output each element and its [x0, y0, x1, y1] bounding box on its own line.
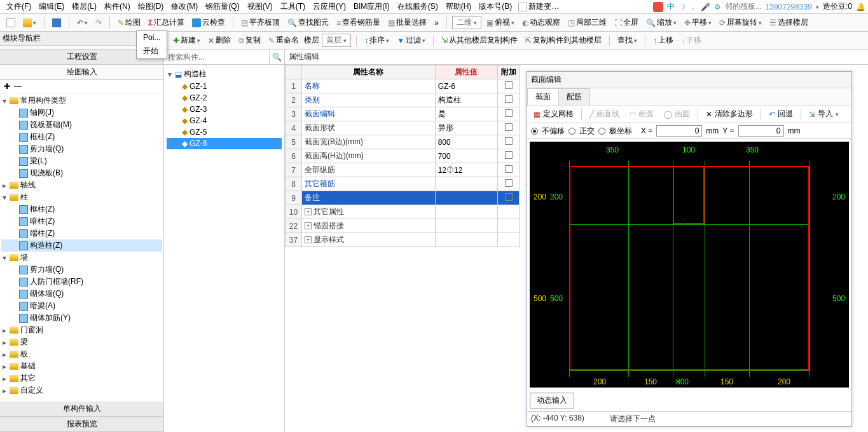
extra-checkbox[interactable] [505, 137, 513, 145]
search-go-button[interactable]: 🔍 [269, 50, 284, 64]
level-board-button[interactable]: ▤平齐板顶 [238, 16, 282, 29]
menu-file[interactable]: 文件(F) [3, 0, 35, 13]
extra-checkbox[interactable] [505, 165, 513, 173]
report-preview-tab[interactable]: 报表预览 [0, 417, 163, 432]
new-component-button[interactable]: ✚新建▾ [170, 34, 203, 47]
draw-line-button[interactable]: ╱画直线 [587, 107, 622, 121]
property-row[interactable]: 22+锚固搭接 [286, 219, 520, 233]
expand-all-icon[interactable]: ✚ [4, 82, 10, 91]
radio-ortho[interactable] [568, 128, 575, 135]
radio-polar[interactable] [598, 128, 605, 135]
draw-arc-button[interactable]: ◠画弧 [627, 107, 656, 121]
copy-button[interactable]: ⧉复制 [236, 34, 263, 47]
property-row[interactable]: 37+显示样式 [286, 233, 520, 247]
tree-item[interactable]: 砌体加筋(Y) [1, 312, 162, 324]
menu-floor[interactable]: 楼层(L) [68, 0, 100, 13]
tree-item[interactable]: 框柱(Z) [1, 203, 162, 215]
menu-rebar[interactable]: 钢筋量(Q) [202, 0, 243, 13]
extra-checkbox[interactable] [505, 95, 513, 103]
tree-custom[interactable]: ▸自定义 [1, 384, 162, 396]
move-down-button[interactable]: ↓下移 [679, 34, 704, 47]
import-section-button[interactable]: ⇲导入▾ [806, 107, 841, 121]
define-grid-button[interactable]: ▦定义网格 [531, 107, 576, 121]
sort-button[interactable]: ↕排序▾ [362, 34, 392, 47]
bell-icon[interactable]: 🔔 [856, 3, 865, 11]
tree-wall[interactable]: ▾墙 [1, 252, 162, 264]
property-row[interactable]: 10+其它属性 [286, 205, 520, 219]
list-item[interactable]: ◆GZ-2 [167, 92, 282, 104]
collapse-all-icon[interactable]: — [14, 82, 22, 91]
menu-draw[interactable]: 绘图(D) [134, 0, 168, 13]
search-button[interactable]: 查找▾ [615, 34, 640, 47]
zoom-button[interactable]: 🔍缩放▾ [644, 16, 679, 29]
move-up-button[interactable]: ↑上移 [651, 34, 676, 47]
menu-modify[interactable]: 修改(M) [167, 0, 202, 13]
tree-item[interactable]: 框柱(Z) [1, 131, 162, 143]
draw-circle-button[interactable]: ◯画圆 [661, 107, 692, 121]
local-3d-button[interactable]: ◳局部三维 [565, 16, 609, 29]
property-row[interactable]: 7全部纵筋12⏀12 [286, 163, 520, 177]
property-row[interactable]: 3截面编辑是 [286, 107, 520, 121]
menu-view[interactable]: 视图(V) [244, 0, 277, 13]
drawing-input-tab[interactable]: 绘图输入 [0, 65, 163, 80]
user-phone[interactable]: 13907298339 [766, 3, 812, 11]
extra-checkbox[interactable] [505, 81, 513, 89]
tree-beam[interactable]: ▸梁 [1, 336, 162, 348]
gear-icon[interactable]: ⚙ [714, 3, 721, 11]
tree-item[interactable]: 剪力墙(Q) [1, 143, 162, 155]
tree-item[interactable]: 剪力墙(Q) [1, 264, 162, 276]
radio-no-offset[interactable] [531, 128, 538, 135]
copy-from-floor-button[interactable]: ⇲从其他楼层复制构件 [439, 34, 520, 47]
sum-calc-button[interactable]: Σ汇总计算 [146, 16, 187, 29]
dynamic-view-button[interactable]: ◐动态观察 [520, 16, 563, 29]
tree-foundation[interactable]: ▸基础 [1, 360, 162, 372]
copy-to-floor-button[interactable]: ⇱复制构件到其他楼层 [523, 34, 604, 47]
list-item[interactable]: ◆GZ-4 [167, 115, 282, 126]
section-canvas[interactable]: 350 100 350 200 500 200 500 200 500 800 … [530, 142, 849, 388]
tab-rebar[interactable]: 配筋 [558, 88, 590, 105]
pan-button[interactable]: ✥平移▾ [682, 16, 714, 29]
tree-item-selected[interactable]: 构造柱(Z) [1, 240, 162, 252]
tab-section[interactable]: 截面 [527, 88, 559, 105]
y-input[interactable] [738, 125, 784, 137]
lookdown-button[interactable]: ▣俯视▾ [484, 16, 517, 29]
rotate-button[interactable]: ⟳屏幕旋转▾ [717, 16, 764, 29]
delete-button[interactable]: ✕删除 [205, 34, 233, 47]
extra-checkbox[interactable] [505, 123, 513, 131]
menu-version[interactable]: 版本号(B) [475, 0, 516, 13]
tree-item[interactable]: 轴网(J) [1, 107, 162, 119]
tree-column[interactable]: ▾柱 [1, 191, 162, 203]
extra-checkbox[interactable] [505, 151, 513, 159]
property-row[interactable]: 6截面高(H边)(mm)700 [286, 149, 520, 163]
property-row[interactable]: 5截面宽(B边)(mm)800 [286, 135, 520, 149]
redo-button[interactable]: ↷ [93, 17, 104, 29]
tree-item[interactable]: 现浇板(B) [1, 167, 162, 179]
dynamic-input-button[interactable]: 动态输入 [530, 393, 574, 408]
menu-online[interactable]: 在线服务(S) [394, 0, 442, 13]
list-item[interactable]: ◆GZ-3 [167, 104, 282, 115]
list-item[interactable]: ◆GZ-1 [167, 81, 282, 92]
floor-combo[interactable]: 首层 ▾ [322, 34, 351, 47]
tree-other[interactable]: ▸其它 [1, 372, 162, 384]
dropdown-item[interactable]: 开始 [137, 44, 167, 58]
filter-button[interactable]: ▼过滤▾ [394, 34, 428, 47]
extra-checkbox[interactable] [505, 179, 513, 187]
toolbar-overflow[interactable]: » [432, 17, 441, 29]
view-mode-combo[interactable]: 二维 ▾ [452, 16, 481, 29]
select-floor-button[interactable]: ☰选择楼层 [767, 16, 811, 29]
property-row[interactable]: 9备注 [286, 191, 520, 205]
tree-root-common[interactable]: ▾常用构件类型 [1, 95, 162, 107]
tree-opening[interactable]: ▸门窗洞 [1, 324, 162, 336]
undo-button[interactable]: ↶▾ [74, 17, 90, 29]
new-doc-button[interactable]: 新建变… [516, 0, 561, 13]
extra-checkbox[interactable] [505, 193, 513, 201]
list-root[interactable]: ▾⬓构造柱 [167, 67, 282, 81]
tree-item[interactable]: 暗梁(A) [1, 300, 162, 312]
save-button[interactable] [50, 17, 64, 29]
find-element-button[interactable]: 🔍查找图元 [285, 16, 331, 29]
search-input[interactable] [164, 50, 269, 64]
menu-tool[interactable]: 工具(T) [277, 0, 309, 13]
draw-mode-button[interactable]: ✎绘图 [115, 16, 143, 29]
new-file-button[interactable] [4, 17, 18, 29]
tree-item[interactable]: 筏板基础(M) [1, 119, 162, 131]
